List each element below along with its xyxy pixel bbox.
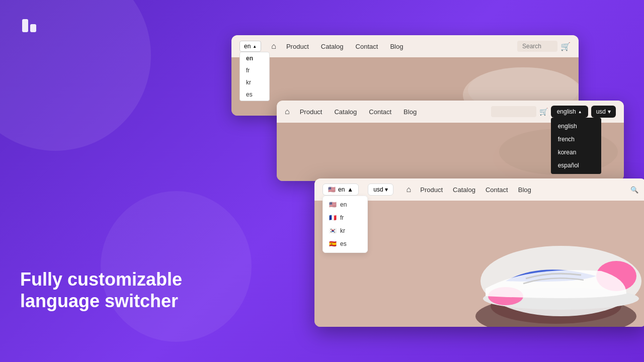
window2-nav-blog[interactable]: Blog [404, 108, 417, 116]
window2-lang-button[interactable]: english ▲ [551, 106, 588, 118]
window3-nav: Product Catalog Contact Blog [420, 186, 621, 194]
window1-right-controls: 🛒 [517, 41, 571, 52]
window2-lang-dropdown: english french korean español [551, 118, 601, 174]
svg-rect-0 [22, 19, 28, 32]
window2-right-controls: 🛒 english ▲ english french korean españo… [491, 106, 616, 118]
window3-lang-es[interactable]: 🇪🇸es [323, 237, 367, 250]
headline: Fully customizable language switcher [20, 268, 182, 312]
window3-lang-selector[interactable]: 🇺🇸 en ▲ 🇺🇸en 🇫🇷fr 🇰🇷kr 🇪🇸es [323, 184, 359, 196]
window2-currency-current: usd [596, 108, 606, 115]
window2-search-input[interactable] [491, 106, 536, 117]
window2-nav-catalog[interactable]: Catalog [334, 108, 357, 116]
window1-nav: Product Catalog Contact Blog [286, 43, 507, 50]
window2-nav-product[interactable]: Product [300, 108, 323, 116]
window1-lang-selector[interactable]: en ▲ en fr kr es [239, 41, 261, 52]
window2-lang-selector[interactable]: english ▲ english french korean español [551, 106, 588, 118]
window3-home-icon[interactable]: ⌂ [407, 185, 412, 194]
window1-nav-blog[interactable]: Blog [390, 43, 403, 50]
window1-lang-es[interactable]: es [240, 88, 269, 101]
window3-lang-arrow: ▲ [347, 186, 353, 193]
headline-line2: language switcher [20, 290, 182, 312]
window2-lang-espanol[interactable]: español [551, 159, 601, 172]
window1-nav-product[interactable]: Product [286, 43, 309, 50]
window2-nav: Product Catalog Contact Blog [300, 108, 481, 116]
window1-nav-catalog[interactable]: Catalog [321, 43, 344, 50]
brand-logo [20, 15, 40, 35]
window2-lang-korean[interactable]: korean [551, 146, 601, 159]
window2-lang-arrow: ▲ [578, 110, 582, 114]
window2-nav-contact[interactable]: Contact [369, 108, 391, 116]
window3-currency-arrow: ▾ [385, 186, 388, 193]
window1-nav-contact[interactable]: Contact [356, 43, 378, 50]
window2-lang-current: english [557, 108, 576, 115]
window3-nav-catalog[interactable]: Catalog [453, 186, 475, 194]
window2-currency-arrow: ▾ [608, 108, 611, 115]
window3-lang-dropdown: 🇺🇸en 🇫🇷fr 🇰🇷kr 🇪🇸es [323, 196, 368, 253]
window2-currency-selector[interactable]: usd ▾ [591, 106, 616, 118]
window1-cart-icon[interactable]: 🛒 [560, 42, 571, 51]
window3-flag-en: 🇺🇸 [328, 186, 336, 193]
window3-currency-current: usd [373, 186, 383, 193]
window1-home-icon[interactable]: ⌂ [271, 42, 276, 51]
window2-currency-button[interactable]: usd ▾ [591, 106, 616, 118]
svg-rect-1 [30, 24, 36, 32]
window3-currency-selector[interactable]: usd ▾ [368, 184, 393, 196]
window3-nav-contact[interactable]: Contact [486, 186, 508, 194]
window2-lang-french[interactable]: french [551, 133, 601, 146]
window1-lang-arrow: ▲ [253, 44, 257, 49]
headline-line1: Fully customizable [20, 268, 182, 290]
blob2 [101, 191, 252, 342]
window3-lang-current: en [338, 186, 345, 193]
window1-lang-current: en [244, 43, 251, 50]
window2-home-icon[interactable]: ⌂ [285, 107, 290, 116]
window1-lang-dropdown: en fr kr es [239, 52, 270, 101]
window1-lang-kr[interactable]: kr [240, 76, 269, 88]
window2: ⌂ Product Catalog Contact Blog 🛒 english… [277, 101, 624, 181]
window3-lang-button[interactable]: 🇺🇸 en ▲ [323, 184, 359, 196]
window3-lang-fr[interactable]: 🇫🇷fr [323, 211, 367, 224]
window2-navbar: ⌂ Product Catalog Contact Blog 🛒 english… [277, 101, 624, 123]
window3: 🇺🇸 en ▲ 🇺🇸en 🇫🇷fr 🇰🇷kr 🇪🇸es usd ▾ ⌂ Prod… [314, 178, 644, 327]
window2-cart-icon[interactable]: 🛒 [539, 108, 548, 116]
window3-nav-blog[interactable]: Blog [518, 186, 531, 194]
window3-currency-button[interactable]: usd ▾ [368, 184, 393, 196]
window3-search-icon[interactable]: 🔍 [630, 186, 638, 194]
window1-lang-en[interactable]: en [240, 52, 269, 64]
window1-search-input[interactable] [517, 41, 557, 52]
window3-lang-kr[interactable]: 🇰🇷kr [323, 224, 367, 237]
window3-navbar: 🇺🇸 en ▲ 🇺🇸en 🇫🇷fr 🇰🇷kr 🇪🇸es usd ▾ ⌂ Prod… [314, 178, 644, 201]
window1-navbar: en ▲ en fr kr es ⌂ Product Catalog Conta… [231, 35, 579, 57]
window1-lang-button[interactable]: en ▲ [239, 41, 261, 52]
window3-lang-en[interactable]: 🇺🇸en [323, 198, 367, 211]
window2-lang-english[interactable]: english [551, 120, 601, 133]
window3-nav-product[interactable]: Product [420, 186, 443, 194]
window1-lang-fr[interactable]: fr [240, 64, 269, 76]
